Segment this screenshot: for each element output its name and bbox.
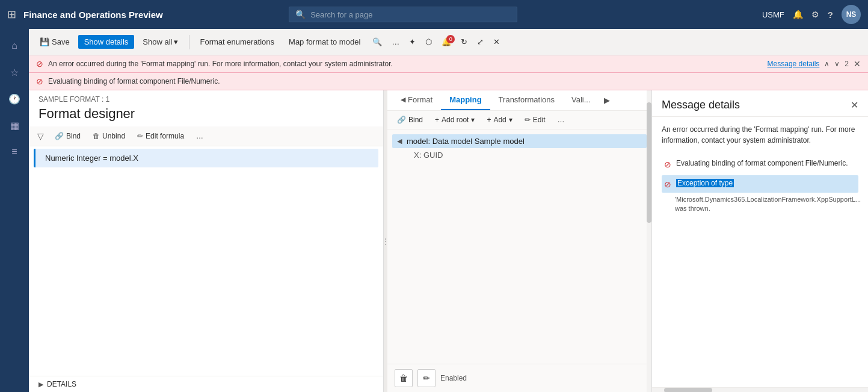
- sidebar-home-icon[interactable]: ⌂: [2, 34, 26, 58]
- main-layout: ⌂ ☆ 🕐 ▦ ≡ 💾 Save Show details Show all ▾…: [0, 29, 868, 392]
- top-nav-right: USMF 🔔 ⚙ ? NS: [762, 5, 861, 24]
- page-title: Format designer: [29, 105, 383, 126]
- format-enumerations-button[interactable]: Format enumerations: [194, 35, 281, 49]
- delete-mapping-button[interactable]: 🗑: [395, 369, 413, 387]
- search-icon: 🔍: [295, 10, 306, 19]
- search-box[interactable]: 🔍 Search for a page: [289, 7, 517, 22]
- trash-icon: 🗑: [399, 373, 408, 383]
- filter-icon[interactable]: ▽: [34, 129, 48, 143]
- left-sidebar: ⌂ ☆ 🕐 ▦ ≡: [0, 29, 29, 392]
- show-details-button[interactable]: Show details: [78, 35, 135, 49]
- save-button[interactable]: 💾 Save: [34, 35, 76, 49]
- right-panel: ◀ Format Mapping Transformations Vali...…: [387, 90, 651, 392]
- tree-item-model-label: model: Data model Sample model: [407, 137, 525, 146]
- designer-area: SAMPLE FORMAT : 1 Format designer ▽ 🔗 Bi…: [29, 90, 868, 392]
- msg-error-icon-1: ⊘: [664, 160, 671, 169]
- save-icon: 💾: [40, 37, 49, 46]
- sidebar-list-icon[interactable]: ≡: [2, 140, 26, 164]
- error-icon-2: ⊘: [36, 76, 43, 86]
- more-options-button[interactable]: …: [388, 35, 403, 49]
- msg-error-2-highlighted: Exception of type: [676, 179, 734, 187]
- notification-badge: 0: [446, 35, 455, 43]
- error-banner-1: ⊘ An error occurred during the 'Format m…: [29, 55, 868, 73]
- msg-error-1-text: Evaluating binding of format component F…: [676, 159, 848, 167]
- edit-right-icon: ✏: [525, 116, 531, 124]
- tab-more-button[interactable]: ▶: [599, 92, 615, 108]
- connections-button[interactable]: ✦: [405, 35, 419, 49]
- sidebar-recent-icon[interactable]: 🕐: [2, 87, 26, 111]
- sidebar-star-icon[interactable]: ☆: [2, 60, 26, 84]
- message-panel-title: Message details: [662, 99, 740, 111]
- model-tree: ◀ model: Data model Sample model X: GUID: [387, 129, 651, 364]
- message-details-panel: Message details ✕ An error occurred duri…: [651, 90, 868, 392]
- refresh-button[interactable]: ↻: [457, 35, 471, 49]
- close-banner-button[interactable]: ✕: [854, 59, 861, 69]
- message-details-link[interactable]: Message details: [768, 60, 820, 68]
- notifications-toolbar-button[interactable]: 🔔 0: [438, 35, 455, 49]
- app-title: Finance and Operations Preview: [23, 10, 163, 20]
- search-toolbar-button[interactable]: 🔍: [369, 35, 386, 49]
- add-button[interactable]: + Add ▾: [482, 113, 517, 126]
- tab-transformations[interactable]: Transformations: [490, 90, 563, 110]
- bind-left-icon: 🔗: [55, 132, 64, 140]
- top-navigation: ⊞ Finance and Operations Preview 🔍 Searc…: [0, 0, 868, 29]
- unbind-button[interactable]: 🗑 Unbind: [88, 129, 130, 143]
- message-panel-body: An error occurred during the 'Format map…: [652, 117, 868, 387]
- notifications-button[interactable]: 🔔: [793, 10, 803, 19]
- tree-item-model[interactable]: ◀ model: Data model Sample model: [392, 134, 647, 148]
- unbind-icon: 🗑: [93, 132, 100, 140]
- message-panel-close-button[interactable]: ✕: [851, 99, 858, 111]
- error-banner-1-text: An error occurred during the 'Format map…: [48, 60, 393, 68]
- status-text: Enabled: [440, 374, 467, 382]
- h-scroll-thumb[interactable]: [664, 388, 712, 392]
- message-panel-header: Message details ✕: [652, 90, 868, 117]
- msg-error-icon-2: ⊘: [664, 179, 671, 189]
- tab-validation[interactable]: Vali...: [563, 90, 599, 110]
- tree-item-x[interactable]: X: GUID: [392, 148, 647, 162]
- error-banners: ⊘ An error occurred during the 'Format m…: [29, 55, 868, 90]
- edit-formula-icon: ✏: [137, 132, 143, 140]
- left-panel: SAMPLE FORMAT : 1 Format designer ▽ 🔗 Bi…: [29, 90, 384, 392]
- add-icon: +: [487, 116, 491, 124]
- add-root-button[interactable]: + Add root ▾: [430, 113, 479, 126]
- next-error-button[interactable]: ∨: [834, 60, 840, 68]
- error-icon-1: ⊘: [36, 59, 43, 69]
- edit-formula-button[interactable]: ✏ Edit formula: [132, 129, 189, 143]
- user-region: USMF: [762, 10, 784, 19]
- app-grid-icon[interactable]: ⊞: [7, 8, 16, 21]
- edit-right-button[interactable]: ✏ Edit: [520, 113, 550, 126]
- bind-right-icon: 🔗: [397, 116, 406, 124]
- edit-mapping-button[interactable]: ✏: [417, 369, 436, 387]
- tab-format-left-icon: ◀: [401, 96, 405, 104]
- bind-left-button[interactable]: 🔗 Bind: [50, 129, 85, 143]
- message-summary: An error occurred during the 'Format map…: [662, 124, 858, 146]
- scroll-thumb[interactable]: [647, 102, 651, 223]
- right-panel-scrollbar[interactable]: [647, 90, 651, 392]
- map-format-to-model-button[interactable]: Map format to model: [283, 35, 366, 49]
- tab-mapping[interactable]: Mapping: [441, 90, 490, 110]
- tree-item-x-label: X: GUID: [414, 151, 443, 160]
- format-item[interactable]: Numeric Integer = model.X: [34, 149, 378, 167]
- message-panel-scrollbar[interactable]: [652, 387, 868, 392]
- external-button[interactable]: ⬡: [422, 35, 436, 49]
- expand-button[interactable]: ⤢: [473, 35, 487, 49]
- left-panel-more-button[interactable]: …: [191, 129, 208, 143]
- tab-bar: ◀ Format Mapping Transformations Vali...…: [387, 90, 651, 111]
- close-designer-button[interactable]: ✕: [490, 35, 503, 49]
- bind-right-button[interactable]: 🔗 Bind: [392, 113, 428, 126]
- settings-button[interactable]: ⚙: [811, 10, 819, 19]
- add-root-icon: +: [435, 116, 439, 124]
- user-avatar[interactable]: NS: [842, 5, 861, 24]
- bottom-bar: 🗑 ✏ Enabled: [387, 364, 651, 392]
- help-button[interactable]: ?: [828, 10, 833, 20]
- tree-expand-icon: ◀: [397, 137, 404, 145]
- show-all-chevron-icon: ▾: [174, 37, 178, 46]
- prev-error-button[interactable]: ∧: [824, 60, 830, 68]
- tab-format[interactable]: ◀ Format: [392, 90, 441, 110]
- show-all-button[interactable]: Show all ▾: [137, 35, 183, 49]
- right-more-button[interactable]: …: [552, 113, 569, 126]
- msg-error-2-subtext: 'Microsoft.Dynamics365.LocalizationFrame…: [662, 195, 858, 214]
- sidebar-modules-icon[interactable]: ▦: [2, 113, 26, 137]
- content-area: 💾 Save Show details Show all ▾ Format en…: [29, 29, 868, 392]
- details-section[interactable]: ▶ DETAILS: [29, 376, 383, 392]
